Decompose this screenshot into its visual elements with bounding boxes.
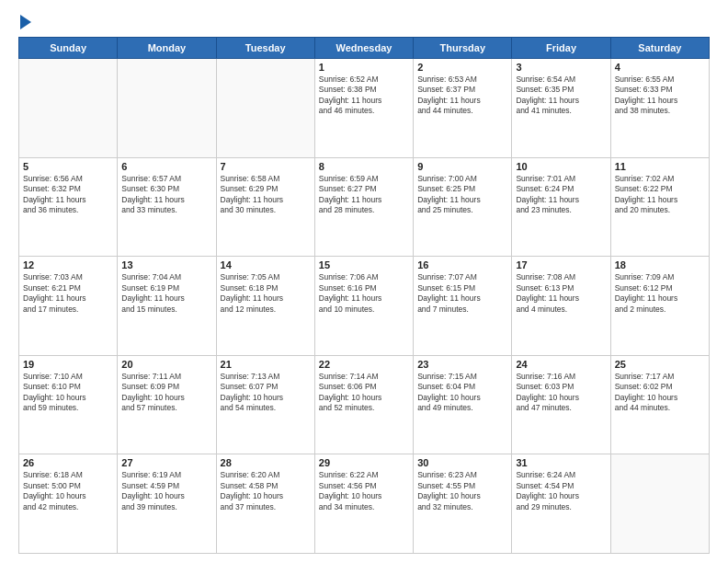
day-number: 14 bbox=[221, 259, 311, 270]
day-number: 4 bbox=[615, 62, 705, 73]
weekday-friday: Friday bbox=[512, 38, 610, 59]
day-cell: 14Sunrise: 7:05 AM Sunset: 6:18 PM Dayli… bbox=[216, 257, 314, 356]
day-cell: 8Sunrise: 6:59 AM Sunset: 6:27 PM Daylig… bbox=[314, 157, 413, 257]
day-cell: 7Sunrise: 6:58 AM Sunset: 6:29 PM Daylig… bbox=[216, 157, 314, 257]
day-info: Sunrise: 7:02 AM Sunset: 6:22 PM Dayligh… bbox=[615, 174, 705, 216]
header bbox=[18, 15, 710, 29]
day-info: Sunrise: 7:17 AM Sunset: 6:02 PM Dayligh… bbox=[615, 372, 705, 414]
day-cell: 2Sunrise: 6:53 AM Sunset: 6:37 PM Daylig… bbox=[414, 59, 512, 158]
day-info: Sunrise: 7:10 AM Sunset: 6:10 PM Dayligh… bbox=[23, 372, 113, 414]
day-cell: 24Sunrise: 7:16 AM Sunset: 6:03 PM Dayli… bbox=[512, 355, 610, 454]
day-info: Sunrise: 7:13 AM Sunset: 6:07 PM Dayligh… bbox=[221, 372, 311, 414]
day-number: 12 bbox=[23, 259, 113, 270]
day-info: Sunrise: 6:18 AM Sunset: 5:00 PM Dayligh… bbox=[23, 470, 113, 512]
day-number: 3 bbox=[516, 62, 606, 73]
day-number: 25 bbox=[615, 359, 705, 370]
day-number: 2 bbox=[417, 62, 507, 73]
day-cell: 3Sunrise: 6:54 AM Sunset: 6:35 PM Daylig… bbox=[512, 59, 610, 158]
day-number: 20 bbox=[121, 359, 211, 370]
day-number: 8 bbox=[319, 161, 409, 172]
day-cell: 31Sunrise: 6:24 AM Sunset: 4:54 PM Dayli… bbox=[512, 454, 610, 554]
day-number: 29 bbox=[319, 457, 409, 468]
day-info: Sunrise: 6:55 AM Sunset: 6:33 PM Dayligh… bbox=[615, 75, 705, 117]
day-info: Sunrise: 6:24 AM Sunset: 4:54 PM Dayligh… bbox=[516, 470, 606, 512]
day-number: 6 bbox=[121, 161, 211, 172]
day-number: 21 bbox=[221, 359, 311, 370]
day-cell: 19Sunrise: 7:10 AM Sunset: 6:10 PM Dayli… bbox=[19, 355, 118, 454]
week-row-1: 1Sunrise: 6:52 AM Sunset: 6:38 PM Daylig… bbox=[19, 59, 710, 158]
day-info: Sunrise: 6:58 AM Sunset: 6:29 PM Dayligh… bbox=[221, 174, 311, 216]
day-cell: 21Sunrise: 7:13 AM Sunset: 6:07 PM Dayli… bbox=[216, 355, 314, 454]
day-cell bbox=[19, 59, 118, 158]
day-cell: 1Sunrise: 6:52 AM Sunset: 6:38 PM Daylig… bbox=[314, 59, 413, 158]
week-row-2: 5Sunrise: 6:56 AM Sunset: 6:32 PM Daylig… bbox=[19, 157, 710, 257]
day-info: Sunrise: 7:04 AM Sunset: 6:19 PM Dayligh… bbox=[121, 272, 211, 315]
day-number: 24 bbox=[516, 359, 606, 370]
day-number: 5 bbox=[23, 161, 113, 172]
day-info: Sunrise: 7:05 AM Sunset: 6:18 PM Dayligh… bbox=[221, 272, 311, 315]
day-cell: 13Sunrise: 7:04 AM Sunset: 6:19 PM Dayli… bbox=[118, 257, 216, 356]
weekday-monday: Monday bbox=[118, 38, 216, 59]
day-cell: 12Sunrise: 7:03 AM Sunset: 6:21 PM Dayli… bbox=[19, 257, 118, 356]
day-info: Sunrise: 7:08 AM Sunset: 6:13 PM Dayligh… bbox=[516, 272, 606, 315]
day-cell: 22Sunrise: 7:14 AM Sunset: 6:06 PM Dayli… bbox=[314, 355, 413, 454]
day-cell: 10Sunrise: 7:01 AM Sunset: 6:24 PM Dayli… bbox=[512, 157, 610, 257]
day-cell: 27Sunrise: 6:19 AM Sunset: 4:59 PM Dayli… bbox=[118, 454, 216, 554]
day-number: 15 bbox=[319, 259, 409, 270]
day-number: 1 bbox=[319, 62, 409, 73]
day-number: 30 bbox=[417, 457, 507, 468]
day-info: Sunrise: 6:52 AM Sunset: 6:38 PM Dayligh… bbox=[319, 75, 409, 117]
weekday-sunday: Sunday bbox=[19, 38, 118, 59]
day-cell: 16Sunrise: 7:07 AM Sunset: 6:15 PM Dayli… bbox=[414, 257, 512, 356]
day-cell: 29Sunrise: 6:22 AM Sunset: 4:56 PM Dayli… bbox=[314, 454, 413, 554]
day-cell: 4Sunrise: 6:55 AM Sunset: 6:33 PM Daylig… bbox=[610, 59, 709, 158]
day-number: 19 bbox=[23, 359, 113, 370]
day-cell: 18Sunrise: 7:09 AM Sunset: 6:12 PM Dayli… bbox=[610, 257, 709, 356]
day-number: 28 bbox=[221, 457, 311, 468]
week-row-5: 26Sunrise: 6:18 AM Sunset: 5:00 PM Dayli… bbox=[19, 454, 710, 554]
day-number: 26 bbox=[23, 457, 113, 468]
day-info: Sunrise: 7:03 AM Sunset: 6:21 PM Dayligh… bbox=[23, 272, 113, 315]
logo bbox=[18, 15, 31, 29]
day-info: Sunrise: 6:54 AM Sunset: 6:35 PM Dayligh… bbox=[516, 75, 606, 117]
day-cell: 30Sunrise: 6:23 AM Sunset: 4:55 PM Dayli… bbox=[414, 454, 512, 554]
day-cell: 25Sunrise: 7:17 AM Sunset: 6:02 PM Dayli… bbox=[610, 355, 709, 454]
day-cell: 15Sunrise: 7:06 AM Sunset: 6:16 PM Dayli… bbox=[314, 257, 413, 356]
day-number: 7 bbox=[221, 161, 311, 172]
day-info: Sunrise: 6:20 AM Sunset: 4:58 PM Dayligh… bbox=[221, 470, 311, 512]
day-number: 13 bbox=[121, 259, 211, 270]
day-number: 17 bbox=[516, 259, 606, 270]
day-cell: 17Sunrise: 7:08 AM Sunset: 6:13 PM Dayli… bbox=[512, 257, 610, 356]
day-info: Sunrise: 7:09 AM Sunset: 6:12 PM Dayligh… bbox=[615, 272, 705, 315]
day-cell: 28Sunrise: 6:20 AM Sunset: 4:58 PM Dayli… bbox=[216, 454, 314, 554]
day-number: 22 bbox=[319, 359, 409, 370]
day-number: 31 bbox=[516, 457, 606, 468]
weekday-tuesday: Tuesday bbox=[216, 38, 314, 59]
week-row-4: 19Sunrise: 7:10 AM Sunset: 6:10 PM Dayli… bbox=[19, 355, 710, 454]
day-info: Sunrise: 7:01 AM Sunset: 6:24 PM Dayligh… bbox=[516, 174, 606, 216]
weekday-header-row: SundayMondayTuesdayWednesdayThursdayFrid… bbox=[19, 38, 710, 59]
day-info: Sunrise: 6:56 AM Sunset: 6:32 PM Dayligh… bbox=[23, 174, 113, 216]
day-info: Sunrise: 7:00 AM Sunset: 6:25 PM Dayligh… bbox=[417, 174, 507, 216]
day-info: Sunrise: 7:15 AM Sunset: 6:04 PM Dayligh… bbox=[417, 372, 507, 414]
day-number: 23 bbox=[417, 359, 507, 370]
logo-arrow-icon bbox=[20, 15, 31, 29]
day-cell: 26Sunrise: 6:18 AM Sunset: 5:00 PM Dayli… bbox=[19, 454, 118, 554]
day-info: Sunrise: 6:22 AM Sunset: 4:56 PM Dayligh… bbox=[319, 470, 409, 512]
day-cell bbox=[610, 454, 709, 554]
day-info: Sunrise: 7:06 AM Sunset: 6:16 PM Dayligh… bbox=[319, 272, 409, 315]
day-cell: 11Sunrise: 7:02 AM Sunset: 6:22 PM Dayli… bbox=[610, 157, 709, 257]
day-cell: 20Sunrise: 7:11 AM Sunset: 6:09 PM Dayli… bbox=[118, 355, 216, 454]
day-cell: 5Sunrise: 6:56 AM Sunset: 6:32 PM Daylig… bbox=[19, 157, 118, 257]
day-number: 27 bbox=[121, 457, 211, 468]
weekday-saturday: Saturday bbox=[610, 38, 709, 59]
day-cell: 6Sunrise: 6:57 AM Sunset: 6:30 PM Daylig… bbox=[118, 157, 216, 257]
day-info: Sunrise: 6:57 AM Sunset: 6:30 PM Dayligh… bbox=[121, 174, 211, 216]
day-cell bbox=[118, 59, 216, 158]
day-info: Sunrise: 6:19 AM Sunset: 4:59 PM Dayligh… bbox=[121, 470, 211, 512]
day-number: 18 bbox=[615, 259, 705, 270]
day-cell bbox=[216, 59, 314, 158]
day-info: Sunrise: 7:14 AM Sunset: 6:06 PM Dayligh… bbox=[319, 372, 409, 414]
day-info: Sunrise: 7:11 AM Sunset: 6:09 PM Dayligh… bbox=[121, 372, 211, 414]
day-cell: 23Sunrise: 7:15 AM Sunset: 6:04 PM Dayli… bbox=[414, 355, 512, 454]
